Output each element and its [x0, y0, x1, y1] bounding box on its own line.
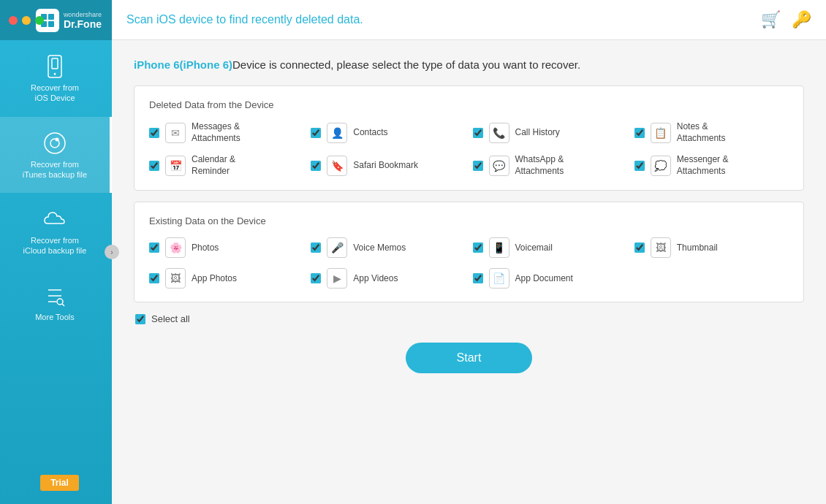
svg-rect-6 [52, 58, 58, 69]
collapse-arrow[interactable]: › [105, 245, 119, 259]
safari-checkbox[interactable] [311, 161, 321, 171]
contacts-icon: 👤 [327, 123, 347, 143]
svg-point-7 [45, 133, 65, 153]
notes-label: Notes &Attachments [677, 121, 726, 144]
app-videos-checkbox[interactable] [311, 273, 321, 283]
sidebar: wondershare Dr.Fone › Recover fromiOS De… [0, 0, 112, 504]
list-item: 👤 Contacts [311, 121, 465, 144]
sidebar-item-ios[interactable]: Recover fromiOS Device [0, 40, 112, 117]
main-content: Scan iOS device to find recently deleted… [112, 0, 826, 504]
start-row: Start [134, 343, 804, 373]
svg-point-9 [56, 137, 59, 141]
deleted-items-grid: ✉ Messages &Attachments 👤 Contacts 📞 Cal… [149, 121, 789, 177]
list-item: ✉ Messages &Attachments [149, 121, 303, 144]
call-history-label: Call History [515, 127, 560, 139]
list-item: 🖼 App Photos [149, 268, 303, 289]
whatsapp-checkbox[interactable] [473, 161, 483, 171]
contacts-checkbox[interactable] [311, 128, 321, 138]
safari-label: Safari Bookmark [353, 160, 418, 172]
device-name: iPhone 6(iPhone 6) [134, 58, 232, 71]
list-item: 🌸 Photos [149, 237, 303, 258]
thumbnail-label: Thumbnail [677, 243, 718, 254]
voicemail-checkbox[interactable] [473, 243, 483, 253]
sidebar-label-icloud: Recover fromiCloud backup file [23, 235, 87, 256]
topbar-message: Scan iOS device to find recently deleted… [126, 13, 363, 26]
calendar-checkbox[interactable] [149, 161, 159, 171]
messages-icon: ✉ [165, 123, 186, 143]
list-item: 🔖 Safari Bookmark [311, 154, 465, 177]
icloud-icon [42, 206, 68, 235]
svg-line-14 [62, 304, 64, 306]
voicemail-label: Voicemail [515, 243, 553, 254]
whatsapp-label: WhatsApp &Attachments [515, 154, 564, 177]
trial-badge: Trial [40, 475, 79, 491]
deleted-section-title: Deleted Data from the Device [149, 99, 789, 110]
list-item: 🖼 Thumbnail [634, 237, 789, 258]
app-photos-icon: 🖼 [165, 268, 186, 289]
select-all-label: Select all [151, 313, 190, 324]
list-item: 📋 Notes &Attachments [634, 121, 789, 144]
app-videos-label: App Videos [353, 273, 398, 285]
safari-icon: 🔖 [327, 156, 347, 176]
cart-icon[interactable]: 🛒 [761, 10, 781, 29]
calendar-icon: 📅 [165, 156, 186, 176]
app-document-checkbox[interactable] [473, 273, 483, 283]
key-icon[interactable]: 🔑 [792, 10, 811, 29]
list-item: 🎤 Voice Memos [311, 237, 465, 258]
list-item: 📱 Voicemail [473, 237, 627, 258]
list-item: 💬 WhatsApp &Attachments [473, 154, 627, 177]
photos-checkbox[interactable] [149, 243, 159, 253]
select-all-row: Select all [134, 313, 804, 324]
app-photos-label: App Photos [192, 273, 237, 285]
topbar: Scan iOS device to find recently deleted… [112, 0, 826, 40]
messages-label: Messages &Attachments [192, 121, 240, 144]
list-item: 📄 App Document [473, 268, 627, 289]
messenger-checkbox[interactable] [634, 161, 645, 171]
notes-checkbox[interactable] [634, 128, 645, 138]
start-button[interactable]: Start [406, 343, 533, 373]
list-item: 💭 Messenger &Attachments [634, 154, 789, 177]
sidebar-nav: Recover fromiOS Device Recover fromiTune… [0, 40, 112, 462]
app-document-icon: 📄 [489, 268, 509, 289]
minimize-button[interactable] [22, 16, 31, 25]
existing-data-section: Existing Data on the Device 🌸 Photos 🎤 V… [134, 202, 804, 302]
svg-point-13 [57, 299, 63, 305]
close-button[interactable] [9, 16, 18, 25]
voice-memos-label: Voice Memos [353, 243, 406, 254]
device-header: iPhone 6(iPhone 6)Device is connected, p… [134, 58, 804, 71]
whatsapp-icon: 💬 [489, 156, 509, 176]
app-photos-checkbox[interactable] [149, 273, 159, 283]
sidebar-label-itunes: Recover fromiTunes backup file [23, 159, 87, 180]
thumbnail-icon: 🖼 [651, 237, 671, 258]
existing-section-title: Existing Data on the Device [149, 215, 789, 226]
voice-memos-checkbox[interactable] [311, 243, 321, 253]
app-document-label: App Document [515, 273, 573, 285]
messenger-label: Messenger &Attachments [677, 154, 729, 177]
messages-checkbox[interactable] [149, 128, 159, 138]
voicemail-icon: 📱 [489, 237, 509, 258]
topbar-icons: 🛒 🔑 [761, 10, 811, 29]
sidebar-item-itunes[interactable]: Recover fromiTunes backup file [0, 117, 112, 194]
sidebar-item-more-tools[interactable]: More Tools [0, 270, 112, 335]
photos-icon: 🌸 [165, 237, 186, 258]
select-all-checkbox[interactable] [135, 314, 145, 324]
ios-device-icon [42, 53, 68, 83]
maximize-button[interactable] [35, 16, 44, 25]
messenger-icon: 💭 [651, 156, 671, 176]
device-message: Device is connected, please select the t… [232, 58, 580, 71]
deleted-data-section: Deleted Data from the Device ✉ Messages … [134, 85, 804, 191]
notes-icon: 📋 [651, 123, 671, 143]
list-item: 📞 Call History [473, 121, 627, 144]
contacts-label: Contacts [353, 127, 387, 139]
sidebar-label-ios: Recover fromiOS Device [31, 83, 79, 104]
existing-items-grid: 🌸 Photos 🎤 Voice Memos 📱 Voicemail 🖼 [149, 237, 789, 289]
photos-label: Photos [192, 243, 219, 254]
call-history-checkbox[interactable] [473, 128, 483, 138]
itunes-icon [42, 130, 68, 159]
voice-memos-icon: 🎤 [327, 237, 347, 258]
sidebar-item-icloud[interactable]: Recover fromiCloud backup file [0, 193, 112, 270]
thumbnail-checkbox[interactable] [634, 243, 645, 253]
app-videos-icon: ▶ [327, 268, 347, 289]
list-item: ▶ App Videos [311, 268, 465, 289]
sidebar-label-more-tools: More Tools [35, 312, 75, 322]
